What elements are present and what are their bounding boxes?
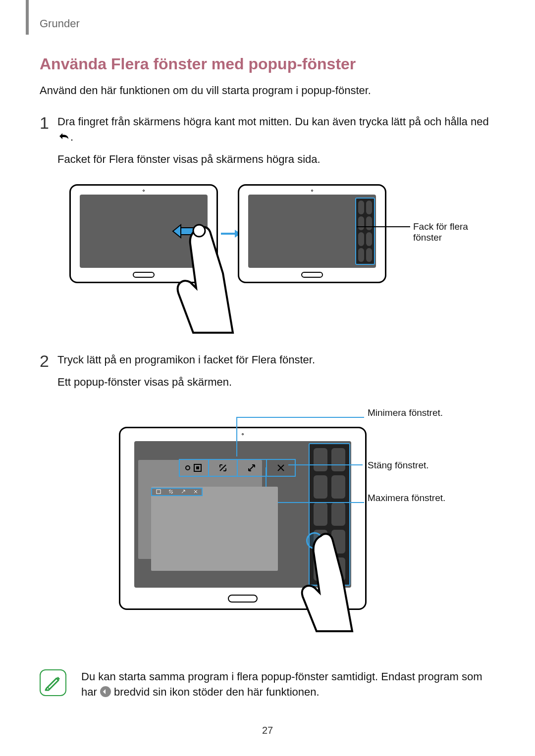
tablet-after [238, 184, 386, 283]
minimize-icon [209, 459, 238, 477]
callout-line [236, 417, 364, 418]
callout-line [236, 418, 237, 456]
maximize-callout: Maximera fönstret. [368, 492, 445, 504]
multi-window-tray [355, 198, 375, 265]
intro-text: Använd den här funktionen om du vill sta… [40, 84, 495, 97]
step-1: 1 Dra fingret från skärmens högra kant m… [40, 114, 495, 174]
step-1-line-1: Dra fingret från skärmens högra kant mot… [57, 114, 495, 145]
step-1-number: 1 [40, 114, 57, 131]
step-2-line-2: Ett popup-fönster visas på skärmen. [57, 375, 495, 390]
tablet-popup [119, 427, 367, 610]
popup-window-front [151, 487, 278, 571]
svg-rect-7 [196, 466, 199, 469]
section-title: Använda Flera fönster med popup-fönster [40, 55, 495, 73]
callout-line [288, 464, 363, 465]
close-icon [189, 489, 202, 495]
drag-icon [152, 489, 164, 495]
page-number: 27 [0, 725, 535, 736]
step-2: 2 Tryck lätt på en programikon i facket … [40, 353, 495, 397]
close-icon [267, 459, 296, 477]
callout-line [266, 502, 364, 503]
step-1-line-2: Facket för Flera fönster visas på skärme… [57, 152, 495, 167]
page-header: Grunder [40, 17, 495, 30]
popup-mini-toolbar [151, 488, 203, 496]
tap-indicator [306, 532, 323, 549]
note-icon [40, 669, 66, 696]
illustration-1: Fack för flera fönster [40, 184, 495, 343]
back-icon [57, 130, 70, 146]
maximize-icon [238, 459, 267, 477]
tray-callout: Fack för flera fönster [413, 221, 476, 243]
minimize-icon [164, 489, 177, 495]
svg-marker-8 [103, 689, 106, 694]
step-2-line-1: Tryck lätt på en programikon i facket fö… [57, 353, 495, 368]
margin-tab [26, 0, 29, 35]
note-block: Du kan starta samma program i flera popu… [40, 669, 495, 700]
minimize-callout: Minimera fönstret. [368, 407, 443, 419]
swipe-arrow-icon [172, 223, 199, 240]
svg-rect-5 [157, 490, 160, 494]
step-2-number: 2 [40, 353, 57, 369]
drag-handle-icon [179, 459, 209, 477]
popup-support-badge-icon [100, 686, 111, 697]
svg-marker-1 [173, 225, 181, 238]
illustration-2: Minimera fönstret. Stäng fönstret. Maxim… [40, 407, 495, 655]
note-text: Du kan starta samma program i flera popu… [81, 669, 495, 700]
svg-rect-0 [179, 228, 198, 235]
close-callout: Stäng fönstret. [368, 459, 429, 471]
popup-big-toolbar [179, 459, 296, 477]
callout-line [357, 226, 410, 227]
maximize-icon [177, 489, 189, 495]
